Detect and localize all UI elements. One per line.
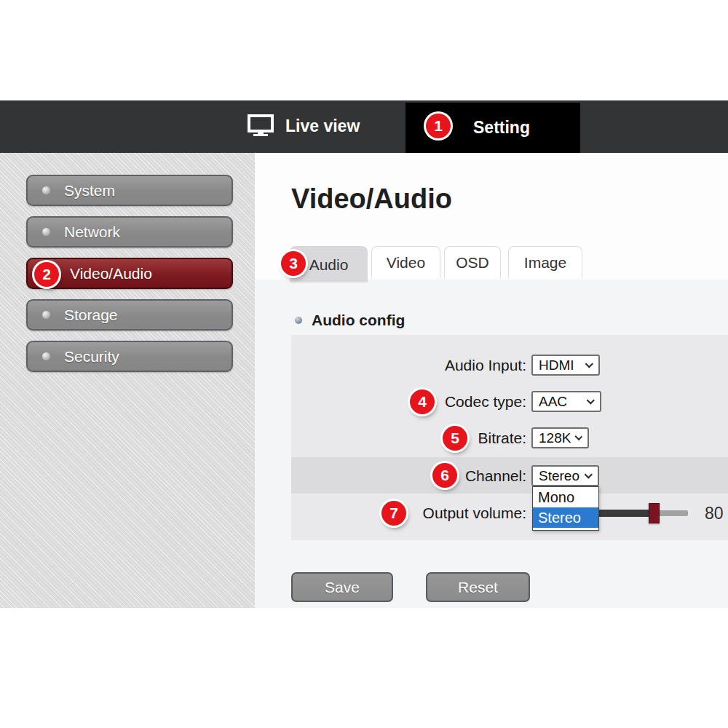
bullet-icon [42,228,50,236]
sidebar-item-label: Video/Audio [70,265,152,282]
codec-type-label: Codec type: [445,392,526,412]
audio-input-value: HDMI [539,357,574,373]
setting-tab[interactable]: 1 Setting [405,103,580,153]
annotation-badge-6: 6 [432,463,457,488]
sidebar-item-network[interactable]: Network [26,216,233,248]
tab-label: Video [387,254,425,272]
codec-type-value: AAC [539,394,567,410]
bullet-icon [42,352,50,360]
bitrate-value: 128K [539,430,571,446]
annotation-badge-4: 4 [410,389,435,414]
annotation-badge-5: 5 [443,426,467,451]
tab-video[interactable]: Video [371,246,440,278]
main-content: Video/Audio Audio 3 Video OSD Image Audi… [255,153,728,608]
page-title: Video/Audio [291,183,452,215]
channel-option-mono[interactable]: Mono [533,487,598,507]
chevron-down-icon [575,432,582,440]
sidebar-item-label: Network [64,223,120,241]
sidebar-item-storage[interactable]: Storage [26,299,233,331]
output-volume-label: Output volume: [423,503,526,523]
chevron-down-icon [585,360,593,368]
channel-option-stereo[interactable]: Stereo [533,507,598,528]
bullet-icon [42,186,50,194]
tab-label: Audio [309,256,349,274]
section-title: Audio config [312,312,405,329]
slider-thumb[interactable] [649,503,660,523]
annotation-badge-3: 3 [281,251,306,276]
tab-image[interactable]: Image [508,246,582,278]
channel-label: Channel: [465,466,526,486]
live-view-tab[interactable]: Live view [248,100,379,151]
bullet-icon [42,311,50,319]
bitrate-label: Bitrate: [478,428,526,448]
save-button[interactable]: Save [291,572,393,602]
sidebar-item-label: Storage [64,306,118,324]
audio-input-select[interactable]: HDMI [531,355,600,376]
annotation-badge-1: 1 [426,114,451,138]
reset-button[interactable]: Reset [426,572,530,602]
bullet-icon [295,317,302,324]
sidebar-item-label: Security [64,348,119,365]
chevron-down-icon [585,470,593,478]
monitor-icon [248,114,274,138]
sidebar-item-system[interactable]: System [26,175,233,206]
live-view-label: Live view [285,116,360,136]
tab-label: OSD [456,254,489,272]
channel-value: Stereo [539,468,579,484]
setting-label: Setting [473,118,530,138]
audio-input-label: Audio Input: [445,355,526,376]
top-header-bar: Live view 1 Setting [0,100,728,153]
sidebar-item-label: System [64,182,115,199]
annotation-badge-2: 2 [34,262,59,287]
tab-label: Image [524,254,566,272]
channel-select[interactable]: Stereo [531,465,599,486]
output-volume-value: 80 [705,503,724,523]
chevron-down-icon [587,396,595,404]
sidebar-item-video-audio[interactable]: 2 Video/Audio [26,258,233,289]
bitrate-select[interactable]: 128K [531,427,589,448]
channel-dropdown-list: Mono Stereo [532,486,599,531]
tab-osd[interactable]: OSD [444,246,501,278]
codec-type-select[interactable]: AAC [531,391,601,412]
section-heading: Audio config [295,312,405,329]
sidebar: System Network 2 Video/Audio Storage Sec… [0,153,255,608]
annotation-badge-7: 7 [381,501,406,526]
page: Live view 1 Setting System Network 2 Vid… [0,0,728,728]
sidebar-item-security[interactable]: Security [26,341,233,372]
